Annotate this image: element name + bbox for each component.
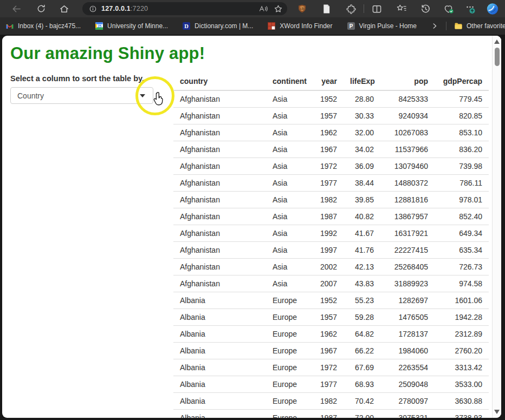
history-button[interactable] (419, 2, 432, 15)
scrollbar-thumb[interactable] (495, 48, 500, 66)
favorite-star-icon[interactable] (274, 4, 283, 14)
cell-country: Afghanistan (173, 259, 266, 275)
cell-pop: 1728137 (380, 326, 435, 343)
column-header-year: year (314, 74, 344, 90)
sort-column-select[interactable]: Country (10, 87, 153, 104)
cell-pop: 31889923 (380, 275, 435, 292)
cell-country: Albania (173, 292, 266, 309)
cell-lifeExp: 59.28 (344, 309, 380, 326)
table-row: AlbaniaEurope197768.9325090483533.00 (173, 376, 489, 393)
cell-year: 1977 (314, 376, 344, 393)
cell-country: Afghanistan (173, 225, 266, 242)
cell-pop: 14880372 (380, 175, 435, 192)
chevron-down-icon (140, 94, 145, 97)
cell-pop: 1282697 (380, 292, 435, 309)
extensions-button[interactable] (345, 2, 358, 15)
split-screen-button[interactable] (370, 2, 383, 15)
scroll-up-icon[interactable] (494, 40, 500, 44)
document-extension-button[interactable] (320, 2, 333, 15)
cell-country: Afghanistan (173, 208, 266, 225)
table-row: AfghanistanAsia196232.0010267083853.10 (173, 124, 489, 141)
other-favorites-button[interactable]: Other favorites (454, 19, 505, 32)
back-button[interactable] (10, 2, 23, 15)
copilot-icon (486, 2, 499, 16)
cell-year: 2002 (314, 259, 344, 275)
cell-lifeExp: 55.23 (344, 292, 380, 309)
cell-gdpPercap: 1601.06 (435, 292, 489, 309)
page-scrollbar[interactable] (492, 36, 501, 418)
more-menu-button[interactable] (464, 2, 477, 15)
cell-continent: Europe (266, 376, 314, 393)
bookmark-university[interactable]: 25 University of Minne... (95, 19, 168, 32)
table-row: AfghanistanAsia200743.8331889923974.58 (173, 275, 489, 292)
read-aloud-icon[interactable] (258, 4, 268, 13)
bookmark-virgin-pulse[interactable]: P Virgin Pulse - Home (347, 19, 417, 32)
cell-lifeExp: 41.67 (344, 225, 380, 242)
cell-continent: Asia (266, 242, 314, 259)
cell-lifeExp: 39.85 (344, 192, 380, 208)
cell-lifeExp: 70.42 (344, 393, 380, 410)
history-icon (420, 4, 431, 14)
table-row: AfghanistanAsia199741.7622227415635.34 (173, 242, 489, 259)
browser-essentials-icon (443, 4, 454, 14)
page-title: Our amazing Shiny app! (10, 44, 205, 63)
bookmark-xword[interactable]: XWord Info Finder (267, 19, 332, 32)
cell-country: Afghanistan (173, 275, 266, 292)
table-row: AfghanistanAsia198740.8213867957852.40 (173, 208, 489, 225)
svg-text:25: 25 (98, 24, 102, 28)
cell-pop: 2263554 (380, 359, 435, 376)
table-row: AfghanistanAsia197738.4414880372786.11 (173, 175, 489, 192)
cell-pop: 13079460 (380, 158, 435, 175)
shield-extension-icon: LD (297, 4, 307, 14)
cell-country: Albania (173, 343, 266, 359)
bookmark-inbox[interactable]: Inbox (4) - bajcz475... (5, 19, 81, 32)
cell-continent: Europe (266, 359, 314, 376)
column-header-pop: pop (380, 74, 435, 90)
refresh-button[interactable] (35, 2, 48, 15)
cell-year: 1952 (314, 292, 344, 309)
column-header-continent: continent (266, 74, 314, 90)
bookmark-dictionary[interactable]: D Dictionary.com | M... (182, 19, 253, 32)
cell-lifeExp: 41.76 (344, 242, 380, 259)
bookmark-label: Virgin Pulse - Home (359, 22, 417, 30)
gapminder-table: countrycontinentyearlifeExppopgdpPercap … (173, 74, 489, 418)
cell-continent: Asia (266, 192, 314, 208)
calendar-icon: 25 (95, 22, 103, 30)
gmail-icon (5, 22, 14, 30)
bookmark-label: Dictionary.com | M... (195, 22, 253, 30)
cell-year: 1987 (314, 410, 344, 418)
scroll-down-icon[interactable] (494, 410, 500, 414)
collections-button[interactable] (395, 2, 408, 15)
url-port: :7220 (131, 5, 148, 12)
back-icon (11, 4, 22, 14)
cell-pop: 8425333 (380, 90, 435, 108)
browser-toolbar: 127.0.0.1:7220 LD (0, 0, 505, 17)
table-row: AlbaniaEurope196766.2219840602760.20 (173, 343, 489, 359)
browser-essentials-button[interactable] (442, 2, 455, 15)
address-bar[interactable]: 127.0.0.1:7220 (82, 2, 287, 15)
cell-lifeExp: 28.80 (344, 90, 380, 108)
xword-grid-icon (267, 22, 276, 30)
home-button[interactable] (57, 2, 70, 15)
cell-continent: Asia (266, 175, 314, 192)
bookmark-label: Inbox (4) - bajcz475... (18, 22, 81, 30)
cell-gdpPercap: 779.45 (435, 90, 489, 108)
cell-year: 1977 (314, 175, 344, 192)
cell-pop: 22227415 (380, 242, 435, 259)
column-header-country: country (173, 74, 266, 90)
cell-year: 1997 (314, 242, 344, 259)
cell-year: 1967 (314, 141, 344, 158)
cell-gdpPercap: 786.11 (435, 175, 489, 192)
cell-lifeExp: 40.82 (344, 208, 380, 225)
bookmarks-overflow-chevron[interactable] (431, 22, 438, 30)
copilot-button[interactable] (486, 2, 499, 15)
info-icon (89, 5, 97, 13)
cell-gdpPercap: 3313.42 (435, 359, 489, 376)
cell-lifeExp: 66.22 (344, 343, 380, 359)
hand-cursor-icon (152, 92, 165, 108)
shield-extension-button[interactable]: LD (295, 2, 308, 15)
cell-pop: 10267083 (380, 124, 435, 141)
cell-country: Albania (173, 410, 266, 418)
select-column-label: Select a column to sort the table by. (10, 74, 144, 83)
cell-gdpPercap: 836.20 (435, 141, 489, 158)
